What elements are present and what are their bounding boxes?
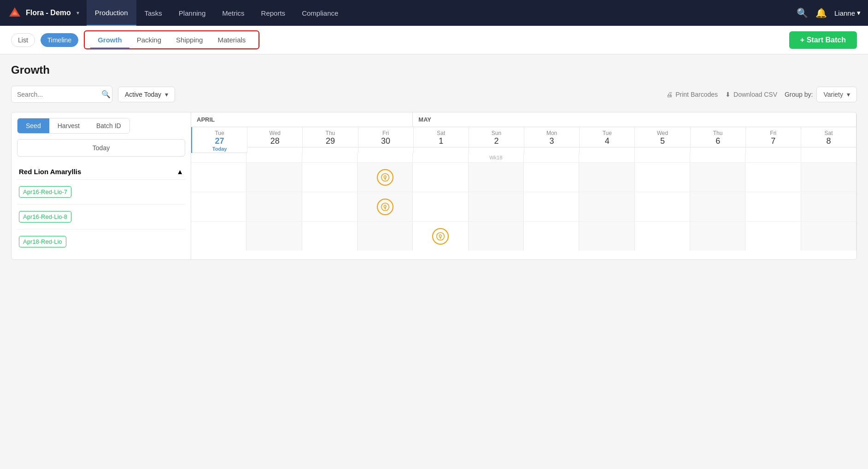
wk-cell-1	[246, 153, 302, 162]
timeline-view-btn[interactable]: Timeline	[41, 33, 78, 47]
list-view-btn[interactable]: List	[11, 33, 35, 47]
nav-right: 🔍 🔔 Lianne ▾	[797, 7, 861, 18]
day-header-11: Sat 8	[801, 127, 856, 147]
day-col-5: Sun 2	[469, 127, 524, 153]
sort-batchid-btn[interactable]: Batch ID	[88, 118, 129, 133]
cal-row-2	[191, 221, 856, 251]
calendar-container: Seed Harvest Batch ID Today Red Lion Ama…	[11, 112, 857, 260]
cal-cell-1-7	[579, 192, 634, 221]
batch-row-2: Apr16-Red-Lio-8	[17, 204, 185, 229]
cal-cell-0-10	[745, 163, 801, 192]
day-header-8: Wed 5	[635, 127, 690, 147]
page-content: Growth 🔍 Active Today ▾ 🖨 Print Barcodes…	[0, 54, 868, 269]
day-col-3: Fri 30	[358, 127, 414, 153]
logo-icon	[7, 6, 22, 20]
cal-cell-1-0	[191, 192, 246, 221]
batch-tag-2[interactable]: Apr16-Red-Lio-8	[19, 211, 71, 223]
cal-cell-0-9	[690, 163, 745, 192]
day-col-2: Thu 29	[303, 127, 358, 153]
day-col-4: Sat 1	[414, 127, 469, 153]
day-col-10: Fri 7	[746, 127, 801, 153]
day-header-4: Sat 1	[414, 127, 469, 147]
tab-shipping[interactable]: Shipping	[169, 33, 210, 47]
wk-cell-11	[801, 153, 856, 162]
plant-icon	[377, 199, 393, 215]
group-by-select[interactable]: Variety ▾	[816, 87, 857, 102]
svg-point-7	[437, 232, 445, 240]
nav-item-production[interactable]: Production	[87, 0, 136, 26]
tab-materials[interactable]: Materials	[210, 33, 253, 47]
search-icon[interactable]: 🔍	[797, 7, 808, 18]
month-april: APRIL	[191, 112, 413, 127]
nav-item-tasks[interactable]: Tasks	[136, 0, 170, 26]
day-col-1: Wed 28	[247, 127, 303, 153]
group-by-dropdown-icon: ▾	[847, 91, 850, 98]
svg-point-3	[381, 173, 389, 181]
day-header-6: Mon 3	[524, 127, 579, 147]
nav-item-planning[interactable]: Planning	[170, 0, 214, 26]
cal-cell-1-4	[413, 192, 468, 221]
day-header-1: Wed 28	[247, 127, 302, 147]
tab-growth[interactable]: Growth	[90, 33, 129, 47]
day-col-9: Thu 6	[691, 127, 746, 153]
cal-cell-1-10	[745, 192, 801, 221]
cal-cell-0-1	[246, 163, 302, 192]
wk-cell-7	[579, 153, 634, 162]
wk-cell-6	[524, 153, 579, 162]
start-batch-button[interactable]: + Start Batch	[789, 31, 857, 49]
group-by-container: Group by: Variety ▾	[785, 87, 857, 102]
sort-harvest-btn[interactable]: Harvest	[49, 118, 88, 133]
print-barcodes-button[interactable]: 🖨 Print Barcodes	[666, 91, 718, 98]
variety-name: Red Lion Amaryllis	[19, 168, 81, 176]
variety-collapse-icon[interactable]: ▲	[176, 168, 183, 176]
today-button[interactable]: Today	[17, 139, 185, 157]
group-by-value: Variety	[823, 91, 843, 98]
batch-tag-1[interactable]: Apr16-Red-Lio-7	[19, 186, 71, 198]
day-col-0: Tue 27 Today	[191, 127, 247, 153]
batch-row-3: Apr18-Red-Lio	[17, 229, 185, 254]
day-header-9: Thu 6	[691, 127, 745, 147]
cal-cell-2-0	[191, 222, 246, 251]
day-col-11: Sat 8	[801, 127, 856, 153]
day-col-6: Mon 3	[524, 127, 580, 153]
tab-packing[interactable]: Packing	[129, 33, 169, 47]
cal-cell-0-0	[191, 163, 246, 192]
nav-item-compliance[interactable]: Compliance	[293, 0, 346, 26]
day-header-3: Fri 30	[358, 127, 413, 147]
cal-cell-1-11	[801, 192, 856, 221]
wk-cell-2	[302, 153, 358, 162]
app-dropdown-icon[interactable]: ▾	[76, 10, 79, 16]
cal-cell-2-2	[302, 222, 358, 251]
plant-icon	[432, 228, 449, 245]
nav-item-metrics[interactable]: Metrics	[214, 0, 252, 26]
app-logo[interactable]: Flora - Demo ▾	[7, 6, 79, 20]
cal-cell-0-11	[801, 163, 856, 192]
cal-cell-1-8	[635, 192, 690, 221]
search-icon: 🔍	[101, 90, 111, 99]
day-col-7: Tue 4	[580, 127, 635, 153]
active-today-filter[interactable]: Active Today ▾	[118, 87, 175, 102]
wk-cell-4	[413, 153, 468, 162]
wk-cell-10	[745, 153, 801, 162]
sort-seed-btn[interactable]: Seed	[18, 118, 49, 133]
batch-row-1: Apr16-Red-Lio-7	[17, 179, 185, 204]
group-by-label: Group by:	[785, 91, 813, 98]
cal-cell-2-10	[745, 222, 801, 251]
download-csv-button[interactable]: ⬇ Download CSV	[725, 91, 777, 98]
search-input[interactable]	[17, 91, 98, 98]
search-box: 🔍	[11, 86, 112, 103]
toolbar: 🔍 Active Today ▾ 🖨 Print Barcodes ⬇ Down…	[11, 86, 857, 103]
toolbar-right: 🖨 Print Barcodes ⬇ Download CSV Group by…	[666, 87, 857, 102]
cal-cell-2-6	[524, 222, 579, 251]
nav-item-reports[interactable]: Reports	[253, 0, 294, 26]
cal-cell-1-1	[246, 192, 302, 221]
user-menu[interactable]: Lianne ▾	[834, 9, 861, 17]
day-header-10: Fri 7	[746, 127, 801, 147]
cal-cell-0-3	[358, 163, 413, 192]
filter-dropdown-icon: ▾	[165, 91, 168, 98]
app-name: Flora - Demo	[26, 9, 71, 17]
batch-tag-3[interactable]: Apr18-Red-Lio	[19, 236, 66, 247]
notification-icon[interactable]: 🔔	[815, 7, 827, 18]
cal-cell-2-7	[579, 222, 634, 251]
today-label: Today	[194, 146, 245, 152]
